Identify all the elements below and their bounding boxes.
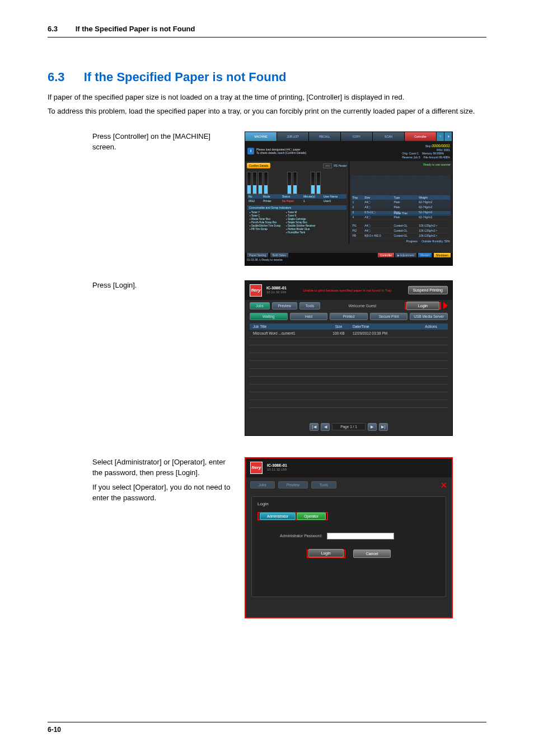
col-size: Size [325, 325, 353, 328]
controller-name: IC-308E-01 [267, 463, 287, 468]
footer-rule [48, 722, 486, 722]
header-section-title: If the Specified Paper is not Found [76, 25, 195, 33]
pager-first-button[interactable]: |◀ [310, 423, 318, 431]
cons-item: Toner Y [250, 211, 280, 214]
list-item [250, 361, 448, 369]
close-icon[interactable]: ✕ [441, 481, 447, 490]
login-callout: Login [405, 302, 441, 309]
col-date: Date/Time [353, 325, 414, 328]
tray-row[interactable]: 1A4▢Plain62-74g/m2 [352, 200, 451, 205]
adjustment-button[interactable]: ▶ Adjustment [395, 253, 416, 257]
pager-prev-button[interactable]: ◀ [321, 423, 330, 431]
tab-copy[interactable]: COPY [341, 132, 373, 141]
machine-screen: MACHINE JOB LIST RECALL COPY SCAN Contro… [245, 132, 453, 266]
list-item [250, 400, 448, 408]
job-table-header: No. Mode Status Minute(s) User Name [247, 194, 346, 199]
job-minutes: 1 [303, 199, 320, 203]
consumables-header: Consumable and Scrap Indicators [247, 205, 346, 210]
tab-waiting[interactable]: Waiting [250, 313, 288, 320]
col-minutes: Minute(s) [303, 195, 320, 198]
paper-setting-button[interactable]: Paper Setting [247, 253, 268, 257]
col-actions: Actions [414, 325, 448, 328]
controller-ip: 10.11.32.199 [267, 468, 287, 472]
fiery-logo: fiery [250, 462, 263, 474]
tab-machine[interactable]: MACHINE [245, 132, 277, 141]
confirm-details-button[interactable]: Confirm Details [247, 163, 270, 168]
page-number: 6-10 [48, 726, 61, 734]
login-panel-title: Login [255, 500, 442, 511]
tray-row[interactable]: 2A3▢Plain62-74g/m2 [352, 205, 451, 210]
cons-item: Waste Toner Box [250, 218, 280, 220]
administrator-button[interactable]: Administrator [260, 513, 296, 520]
cons-item: PB Trim Scrap [250, 228, 280, 231]
step-3-text-1: Select [Administrator] or [Operator], en… [92, 457, 232, 478]
tab-recall[interactable]: RECALL [309, 132, 341, 141]
running-header: 6.3 If the Specified Paper is not Found [48, 25, 195, 33]
welcome-label: Welcome Guest [322, 304, 402, 308]
skip-label: Skip [425, 144, 431, 148]
tab-controller[interactable]: Controller [405, 132, 437, 141]
pager-next-button[interactable]: ▶ [368, 423, 377, 431]
list-item [250, 345, 448, 353]
controller-ip: 10.11.32.199 [266, 290, 287, 294]
col-no: No. [249, 195, 260, 198]
col-status: Status [282, 195, 300, 198]
role-callout: Administrator Operator [257, 512, 328, 520]
job-list-row[interactable]: Microsoft Word ...cument1 100 KB 12/20/2… [250, 330, 448, 337]
tab-tools[interactable]: Tools [311, 481, 336, 489]
controller-button[interactable]: Controller [378, 253, 395, 257]
toner-gauges [247, 172, 347, 194]
cons-item: Saddle Stitcher Receiver [286, 224, 315, 227]
list-item [250, 353, 448, 361]
heater-off-button[interactable]: OFF [323, 163, 332, 168]
both-sides-button[interactable]: Both Sides [270, 253, 288, 257]
callout-arrow-icon [443, 302, 448, 309]
tab-printed[interactable]: Printed [330, 313, 368, 320]
tray-row[interactable]: PI1A4▢Coated-GL106-135g/m2 ▪ [352, 223, 451, 228]
tray-row[interactable]: PB8(8.0 x 492.0Coated-GL106-135g/m2 ▪ [352, 233, 451, 238]
status-panel: Skip 0000/0001 RSV. 0001 Orig. Count 1Me… [402, 143, 450, 159]
cons-item: Perfect Binder Glue [286, 228, 315, 231]
pager-last-button[interactable]: ▶| [379, 423, 388, 431]
tab-held[interactable]: Held [290, 313, 328, 320]
password-field[interactable] [327, 533, 394, 539]
cons-item: Punch-Hole Scrap Box [250, 221, 280, 224]
tab-tools[interactable]: Tools [299, 302, 320, 309]
cons-item: Toner K [286, 214, 315, 217]
job-size-cell: 100 KB [325, 331, 353, 335]
message-line-2: To check details, touch [Confirm Details… [256, 151, 306, 154]
tray-row[interactable]: PI2A4▢Coated-GL106-135g/m2 ▪ [352, 228, 451, 233]
fiery-logo: fiery [250, 284, 262, 297]
tab-joblist[interactable]: JOB LIST [277, 132, 309, 141]
header-section-number: 6.3 [48, 25, 58, 33]
tab-secure-print[interactable]: Secure Print [370, 313, 408, 320]
tray-row[interactable]: 38.5x11▢Plain52-74g/m2 [352, 210, 451, 215]
tab-preview[interactable]: Preview [278, 481, 308, 489]
tab-preview[interactable]: Preview [272, 302, 297, 309]
tab-usb-media[interactable]: USB Media Server [410, 313, 448, 320]
operator-button[interactable]: Operator [297, 513, 326, 520]
tab-scan[interactable]: SCAN [373, 132, 405, 141]
tray-row[interactable]: 4A3▢Plain62-74g/m2 [352, 215, 451, 220]
list-item [250, 384, 448, 392]
tab-jobs[interactable]: Jobs [250, 481, 275, 489]
col-weight: Weight [418, 195, 450, 200]
login-button[interactable]: Login [308, 549, 344, 557]
reserve-job: Reserve Job 0 [402, 156, 420, 159]
file-amount: File Amount 99.408% [423, 156, 450, 159]
cancel-button[interactable]: Cancel [353, 550, 391, 558]
shutdown-button[interactable]: Shutdown [434, 253, 451, 257]
list-item [250, 337, 448, 345]
title-text: If the Specified Paper is not Found [84, 70, 287, 84]
list-item [250, 392, 448, 400]
job-row[interactable]: 0012 Printer No Paper 1 User1 [247, 199, 346, 203]
step-2-text: Press [Login]. [92, 280, 232, 291]
fiery-jobs-screen: fiery IC-308E-01 10.11.32.199 Unable to … [245, 280, 453, 436]
accessibility-icon[interactable]: ♿ [444, 132, 452, 141]
restart-button[interactable]: Restart [418, 253, 432, 257]
help-icon[interactable]: ? [437, 132, 444, 141]
tab-jobs[interactable]: Jobs [250, 302, 270, 309]
consumables-grid: Toner Y Toner C Waste Toner Box Punch-Ho… [247, 210, 346, 235]
suspend-printing-button[interactable]: Suspend Printing [408, 286, 448, 294]
login-button[interactable]: Login [406, 302, 439, 310]
